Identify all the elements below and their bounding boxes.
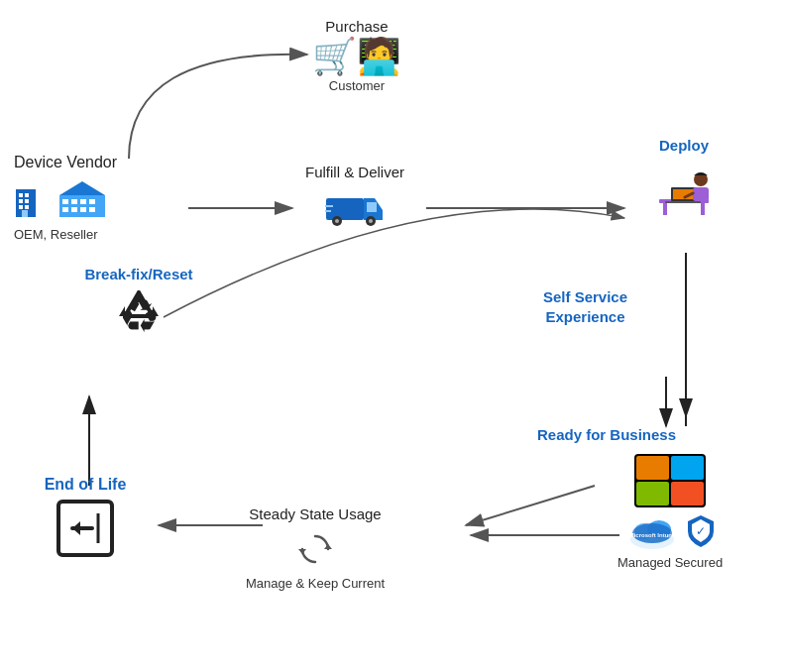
svg-text:♻: ♻ <box>119 290 160 341</box>
ready-business-label: Ready for Business <box>537 426 676 443</box>
intune-cloud-icon: Microsoft Intune <box>624 511 680 551</box>
tile2 <box>671 456 704 480</box>
end-of-life-label: End of Life <box>45 476 127 494</box>
ready-business-node: Ready for Business <box>537 426 735 447</box>
svg-rect-29 <box>326 198 364 220</box>
diagram: Purchase 🛒🧑‍💻 Customer Device Vendor <box>0 0 785 672</box>
svg-rect-24 <box>62 207 68 212</box>
fulfill-node: Fulfill & Deliver <box>276 164 434 226</box>
svg-rect-27 <box>89 207 95 212</box>
steady-state-label: Steady State Usage <box>249 505 381 522</box>
svg-text:✓: ✓ <box>696 524 706 538</box>
building2-icon <box>57 179 107 219</box>
oem-label: OEM, Reseller <box>14 227 98 242</box>
svg-rect-26 <box>80 207 86 212</box>
fulfill-label: Fulfill & Deliver <box>305 164 404 180</box>
svg-rect-22 <box>80 199 86 204</box>
svg-rect-23 <box>89 199 95 204</box>
steady-state-node: Steady State Usage Manage & Keep Current <box>216 505 414 591</box>
svg-rect-18 <box>22 210 28 217</box>
recycle-icon: ♻ <box>109 286 168 341</box>
building1-icon <box>14 179 54 219</box>
svg-line-7 <box>466 486 595 525</box>
svg-marker-59 <box>298 549 306 554</box>
tile1 <box>636 456 669 480</box>
self-service-node: Self ServiceExperience <box>543 287 702 330</box>
svg-marker-28 <box>59 181 105 195</box>
svg-marker-62 <box>72 521 80 535</box>
svg-rect-21 <box>71 199 77 204</box>
svg-rect-20 <box>62 199 68 204</box>
device-vendor-label: Device Vendor <box>14 154 117 171</box>
sync-icon <box>296 530 334 568</box>
svg-rect-13 <box>25 193 29 197</box>
manage-keep-label: Manage & Keep Current <box>246 576 385 591</box>
purchase-label: Purchase <box>325 18 388 35</box>
svg-point-35 <box>369 219 373 223</box>
customer-label: Customer <box>329 78 385 93</box>
managed-secured-node: Microsoft Intune ✓ Managed Secured <box>591 454 749 570</box>
svg-rect-19 <box>59 195 105 217</box>
svg-rect-39 <box>663 203 667 215</box>
defender-shield-icon: ✓ <box>686 513 716 549</box>
purchase-icon: 🛒🧑‍💻 <box>312 39 401 74</box>
svg-rect-15 <box>25 199 29 203</box>
svg-point-33 <box>335 219 339 223</box>
svg-rect-16 <box>19 205 23 209</box>
tile4 <box>671 482 704 505</box>
svg-rect-14 <box>19 199 23 203</box>
svg-rect-40 <box>701 203 705 215</box>
windows-start-icon <box>634 454 706 507</box>
svg-marker-58 <box>324 544 332 549</box>
deploy-icon <box>649 158 719 217</box>
truck-icon <box>325 184 385 226</box>
svg-rect-17 <box>25 205 29 209</box>
deploy-label: Deploy <box>659 137 709 154</box>
exit-icon <box>55 498 116 559</box>
tile3 <box>636 482 669 505</box>
svg-rect-43 <box>665 201 701 203</box>
managed-secured-label: Managed Secured <box>617 555 723 570</box>
svg-text:Microsoft Intune: Microsoft Intune <box>629 532 676 538</box>
svg-rect-45 <box>693 187 709 201</box>
break-fix-node: Break-fix/Reset ♻ <box>59 266 218 341</box>
purchase-node: Purchase 🛒🧑‍💻 Customer <box>292 18 421 93</box>
svg-rect-25 <box>71 207 77 212</box>
device-vendor-node: Device Vendor <box>14 154 192 242</box>
managed-icons-group: Microsoft Intune ✓ <box>624 511 716 551</box>
self-service-label: Self ServiceExperience <box>543 287 627 326</box>
svg-rect-12 <box>19 193 23 197</box>
deploy-node: Deploy <box>624 137 743 217</box>
end-of-life-node: End of Life <box>16 476 155 559</box>
break-fix-label: Break-fix/Reset <box>84 266 192 282</box>
svg-rect-31 <box>367 202 377 212</box>
